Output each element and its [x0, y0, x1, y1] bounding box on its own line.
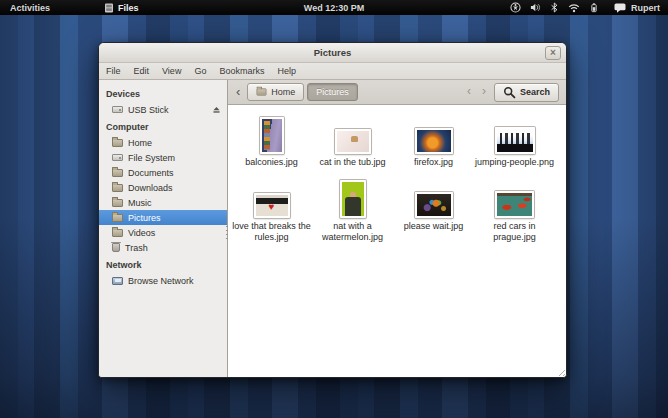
sidebar-header-devices: Devices	[99, 84, 227, 102]
menu-item-edit[interactable]: Edit	[134, 66, 150, 76]
places-sidebar: DevicesUSB StickComputerHomeFile SystemD…	[99, 80, 228, 377]
file-item-cat[interactable]: cat in the tub.jpg	[313, 113, 393, 168]
file-item-love[interactable]: love that breaks the rules.jpg	[232, 177, 312, 243]
file-icon-box	[495, 113, 535, 154]
sidebar-item-label: Downloads	[128, 183, 173, 193]
files-window: Pictures FileEditViewGoBookmarksHelp Dev…	[98, 42, 567, 378]
file-name: cat in the tub.jpg	[313, 157, 393, 168]
sidebar-item-videos[interactable]: Videos	[99, 225, 227, 240]
history-back-icon[interactable]	[464, 85, 474, 99]
back-chevron-icon[interactable]	[234, 85, 242, 100]
sidebar-item-downloads[interactable]: Downloads	[99, 180, 227, 195]
window-title: Pictures	[314, 47, 352, 58]
file-name: red cars in prague.jpg	[475, 221, 555, 243]
folder-icon	[112, 214, 123, 222]
breadcrumb-home[interactable]: Home	[247, 83, 304, 101]
sidebar-item-pictures[interactable]: Pictures	[99, 210, 227, 225]
network-icon	[112, 277, 123, 285]
file-thumbnail-love[interactable]	[254, 193, 290, 218]
clock[interactable]: Wed 12:30 PM	[304, 3, 364, 13]
file-thumbnail-firefox[interactable]	[415, 128, 453, 154]
battery-icon[interactable]	[589, 2, 599, 13]
breadcrumb-pictures[interactable]: Pictures	[307, 83, 358, 101]
sidebar-item-usb-stick[interactable]: USB Stick	[99, 102, 227, 117]
sidebar-item-label: Home	[128, 138, 152, 148]
sidebar-item-label: Trash	[125, 243, 148, 253]
sidebar-item-music[interactable]: Music	[99, 195, 227, 210]
menu-item-bookmarks[interactable]: Bookmarks	[219, 66, 264, 76]
sidebar-item-trash[interactable]: Trash	[99, 240, 227, 255]
activities-button[interactable]: Activities	[0, 0, 60, 15]
window-body: DevicesUSB StickComputerHomeFile SystemD…	[99, 80, 566, 377]
file-item-jumping[interactable]: jumping-people.png	[475, 113, 555, 168]
trash-icon	[112, 243, 120, 252]
file-item-prague[interactable]: red cars in prague.jpg	[475, 177, 555, 243]
main-pane: HomePictures Search balconies.jpgcat in …	[228, 80, 566, 377]
file-item-nat[interactable]: nat with a watermelon.jpg	[313, 177, 393, 243]
sidebar-item-file-system[interactable]: File System	[99, 150, 227, 165]
sidebar-item-browse-network[interactable]: Browse Network	[99, 273, 227, 288]
sidebar-item-label: Documents	[128, 168, 174, 178]
file-name: love that breaks the rules.jpg	[232, 221, 312, 243]
menu-bar: FileEditViewGoBookmarksHelp	[99, 63, 566, 80]
folder-icon	[112, 169, 123, 177]
app-menu-label: Files	[118, 3, 139, 13]
resize-grip-icon[interactable]	[556, 367, 565, 376]
accessibility-icon[interactable]	[510, 2, 521, 13]
history-forward-icon[interactable]	[479, 85, 489, 99]
file-thumbnail-prague[interactable]	[495, 191, 534, 218]
window-titlebar[interactable]: Pictures	[99, 43, 566, 63]
toolbar: HomePictures Search	[228, 80, 566, 105]
app-menu[interactable]: Files	[104, 3, 139, 13]
sidebar-item-documents[interactable]: Documents	[99, 165, 227, 180]
folder-icon	[257, 88, 267, 95]
file-name: nat with a watermelon.jpg	[313, 221, 393, 243]
user-menu-label: Rupert	[631, 3, 660, 13]
file-item-firefox[interactable]: firefox.jpg	[394, 113, 474, 168]
file-icon-box	[335, 113, 371, 154]
folder-icon	[112, 184, 123, 192]
close-icon[interactable]	[545, 46, 561, 60]
usb-drive-icon	[112, 106, 123, 113]
file-view: balconies.jpgcat in the tub.jpgfirefox.j…	[228, 105, 566, 377]
file-item-balconies[interactable]: balconies.jpg	[232, 113, 312, 168]
file-name: please wait.jpg	[394, 221, 474, 232]
file-thumbnail-cat[interactable]	[335, 129, 371, 154]
sidebar-item-home[interactable]: Home	[99, 135, 227, 150]
sidebar-item-label: Music	[128, 198, 152, 208]
file-item-wait[interactable]: please wait.jpg	[394, 177, 474, 243]
files-app-icon	[104, 3, 114, 13]
file-thumbnail-wait[interactable]	[415, 192, 453, 218]
search-button[interactable]: Search	[494, 83, 559, 102]
breadcrumb: HomePictures	[247, 83, 358, 101]
file-name: jumping-people.png	[475, 157, 555, 168]
file-name: firefox.jpg	[394, 157, 474, 168]
breadcrumb-label: Home	[271, 87, 295, 97]
sidebar-header-network: Network	[99, 255, 227, 273]
file-name: balconies.jpg	[232, 157, 312, 168]
sidebar-item-label: Videos	[128, 228, 155, 238]
file-thumbnail-jumping[interactable]	[495, 127, 535, 154]
menu-item-help[interactable]: Help	[277, 66, 296, 76]
file-thumbnail-nat[interactable]	[340, 180, 366, 218]
folder-icon	[112, 199, 123, 207]
desktop: { "topbar": { "activities_label": "Activ…	[0, 0, 668, 418]
file-icon-box	[254, 177, 290, 218]
search-icon	[503, 86, 516, 99]
bluetooth-icon[interactable]	[550, 2, 559, 13]
volume-icon[interactable]	[530, 2, 541, 13]
eject-icon[interactable]	[212, 105, 221, 114]
file-icon-box	[495, 177, 534, 218]
wifi-icon[interactable]	[568, 3, 580, 13]
folder-icon	[112, 229, 123, 237]
file-icon-box	[415, 113, 453, 154]
menu-item-go[interactable]: Go	[194, 66, 206, 76]
file-icon-box	[260, 113, 284, 154]
file-thumbnail-balconies[interactable]	[260, 117, 284, 154]
top-bar: Activities Files Wed 12:30 PM Rupert	[0, 0, 668, 15]
sidebar-item-label: File System	[128, 153, 175, 163]
menu-item-view[interactable]: View	[162, 66, 181, 76]
menu-item-file[interactable]: File	[106, 66, 121, 76]
home-folder-icon	[112, 139, 123, 147]
user-menu[interactable]: Rupert	[614, 3, 660, 13]
